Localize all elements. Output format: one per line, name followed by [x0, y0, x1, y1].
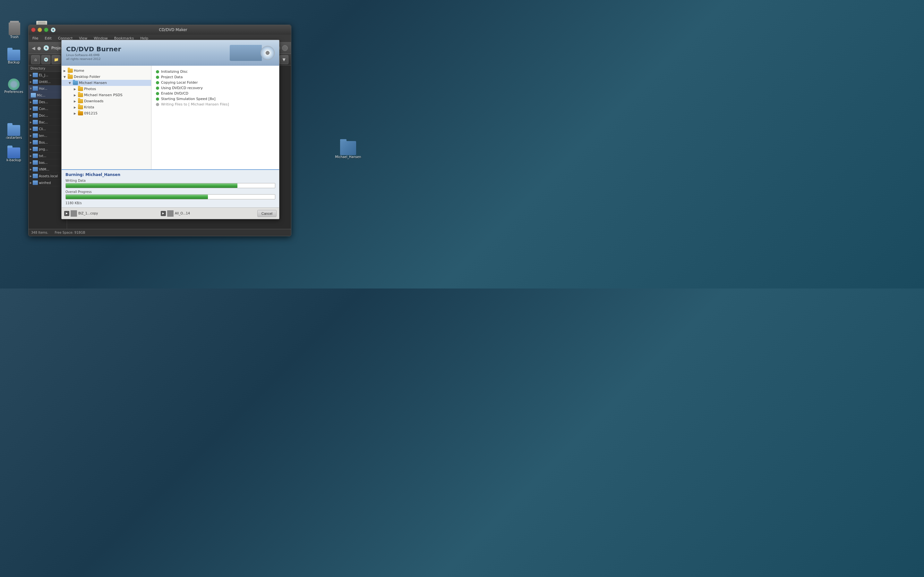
- status-label-6: Writing Files to [ Michael Hansen Files]: [161, 102, 229, 106]
- media-item-1: ▶ All_O...14: [161, 210, 255, 217]
- status-item-2: Copying Local Folder: [156, 80, 275, 85]
- main-window: 💿 CD/DVD Maker File Edit Connect View Wi…: [28, 25, 291, 236]
- tree-item-home[interactable]: ▶ Home: [61, 68, 151, 74]
- trash-desktop-icon[interactable]: Trash: [3, 23, 26, 39]
- tree-folder-091215-icon: [78, 111, 83, 115]
- trash-icon: [9, 23, 20, 35]
- window-titlebar: 💿 CD/DVD Maker: [29, 25, 291, 35]
- status-item-6: Writing Files to [ Michael Hansen Files]: [156, 102, 275, 107]
- media-name-0: BIZ_1...copy: [78, 211, 98, 215]
- tree-arrow-icon: ▶: [74, 93, 77, 97]
- cancel-button[interactable]: Cancel: [257, 210, 276, 217]
- tree-folder-krista-icon: [78, 105, 83, 109]
- toolbar-cd-btn[interactable]: 💿: [41, 55, 50, 64]
- nav-forward-icon[interactable]: ●: [37, 45, 41, 51]
- tree-folder-michael-icon: [73, 81, 78, 85]
- tree-arrow-icon: ▼: [69, 81, 72, 85]
- sidebar-folder-icon: [33, 133, 38, 138]
- window-close-button[interactable]: [31, 27, 36, 32]
- progress-area: Burning: Michael_Hansen Writing Data Ove…: [61, 169, 279, 207]
- arrow-icon: ▶: [30, 134, 32, 137]
- menu-file[interactable]: File: [31, 35, 39, 41]
- tree-folder-downloads-icon: [78, 99, 83, 103]
- toolbar-home-btn[interactable]: ⌂: [31, 55, 40, 64]
- sidebar-folder-icon: [33, 167, 38, 171]
- ixstarters-icon[interactable]: -ixstarters: [3, 125, 25, 140]
- tree-item-krista[interactable]: ▶ Krista: [61, 104, 151, 110]
- status-item-5: Starting Simulation Speed [8x]: [156, 96, 275, 102]
- status-item-4: Enable DVD/CD: [156, 91, 275, 96]
- folder-icon: 📁: [54, 57, 59, 62]
- status-dot-5: [156, 97, 159, 101]
- sidebar-label-2: Hor...: [39, 87, 47, 90]
- status-label-2: Copying Local Folder: [161, 81, 198, 85]
- tree-label-downloads: Downloads: [84, 99, 103, 103]
- toolbar-folder-btn[interactable]: 📁: [52, 55, 61, 64]
- arrow-icon: ▶: [30, 107, 32, 110]
- arrow-icon: ▶: [30, 74, 32, 77]
- burner-content: ▶ Home ▼ Desktop Folder ▼ Michael H: [61, 66, 279, 169]
- tree-item-downloads[interactable]: ▶ Downloads: [61, 98, 151, 104]
- michael-hansen-label: Michael_Hansen: [335, 155, 361, 159]
- sidebar-folder-icon: [33, 153, 38, 158]
- sidebar-label-11: png...: [39, 147, 48, 151]
- tree-item-091215[interactable]: ▶ 091215: [61, 110, 151, 116]
- arrow-icon: ▶: [30, 114, 32, 117]
- window-maximize-button[interactable]: [44, 27, 48, 32]
- writing-data-label: Writing Data: [65, 179, 275, 182]
- michael-hansen-desktop-icon[interactable]: Michael_Hansen: [335, 141, 361, 159]
- ixstarters-label: -ixstarters: [5, 136, 22, 140]
- sidebar-label-12: txt...: [39, 154, 46, 158]
- overall-progress-label: Overall Progress: [65, 190, 275, 193]
- toolbar-scroll-btn[interactable]: ▼: [279, 55, 288, 64]
- burner-header: CD/DVD Burner Linux-Software-48.6MB all …: [61, 65, 279, 66]
- tree-arrow-icon: ▶: [74, 100, 77, 103]
- window-minimize-button[interactable]: [37, 27, 42, 32]
- tree-folder-desktop-icon: [68, 75, 73, 79]
- tree-label-photos: Photos: [84, 87, 96, 91]
- status-item-0: Initializing Disc: [156, 69, 275, 74]
- scroll-icon: ▼: [282, 57, 285, 62]
- statusbar-items: 348 Items.: [31, 231, 48, 234]
- media-item-0: ▶ BIZ_1...copy: [64, 210, 159, 217]
- arrow-icon: ▶: [30, 155, 32, 157]
- sidebar-label-0: EL_J...: [39, 73, 48, 77]
- sidebar-folder-icon: [33, 127, 38, 131]
- project-close-btn[interactable]: [282, 45, 288, 51]
- backup-folder-icon: [7, 50, 20, 61]
- status-dot-4: [156, 92, 159, 95]
- backup-icon[interactable]: Backup: [3, 50, 25, 64]
- play-button-1[interactable]: ▶: [161, 211, 166, 216]
- tree-item-photos[interactable]: ▶ Photos: [61, 86, 151, 92]
- status-dot-2: [156, 81, 159, 84]
- tree-label-michael: Michael Hansen: [79, 81, 107, 85]
- tree-folder-photos-icon: [78, 87, 83, 91]
- status-dot-1: [156, 76, 159, 79]
- sidebar-label-4: Des...: [39, 100, 48, 104]
- writing-data-progress-bar: [65, 183, 275, 188]
- tree-item-desktop[interactable]: ▼ Desktop Folder: [61, 74, 151, 80]
- nav-back-icon[interactable]: ◀: [32, 45, 35, 51]
- menu-edit[interactable]: Edit: [43, 35, 53, 41]
- status-label-3: Using DVD/CD recovery: [161, 86, 203, 90]
- preferences-icon[interactable]: Preferences: [3, 79, 25, 94]
- play-button-0[interactable]: ▶: [64, 211, 69, 216]
- media-name-1: All_O...14: [175, 211, 190, 215]
- backup-label: Backup: [8, 61, 20, 64]
- sidebar-folder-icon: [33, 120, 38, 124]
- tree-label-091215: 091215: [84, 111, 97, 115]
- home-icon: ⌂: [34, 57, 37, 62]
- file-tree: ▶ Home ▼ Desktop Folder ▼ Michael H: [61, 66, 152, 169]
- sidebar-folder-icon: [33, 100, 38, 104]
- burning-label: Burning: Michael_Hansen: [65, 172, 275, 177]
- dialog-bottom-bar: ▶ BIZ_1...copy ▶ All_O...14 Cancel: [61, 207, 279, 219]
- overall-progress-bar: [65, 194, 275, 199]
- sidebar-label-7: Bac...: [39, 121, 48, 124]
- window-title: CD/DVD Maker: [58, 27, 288, 32]
- arrow-icon: ▶: [30, 168, 32, 171]
- tree-item-michael[interactable]: ▼ Michael Hansen: [61, 80, 151, 86]
- tree-item-psds[interactable]: ▶ Michael Hansen PSDS: [61, 92, 151, 98]
- tree-label-krista: Krista: [84, 105, 94, 109]
- overall-progress-fill: [66, 195, 208, 199]
- backup-work-icon[interactable]: k-backup: [3, 147, 25, 162]
